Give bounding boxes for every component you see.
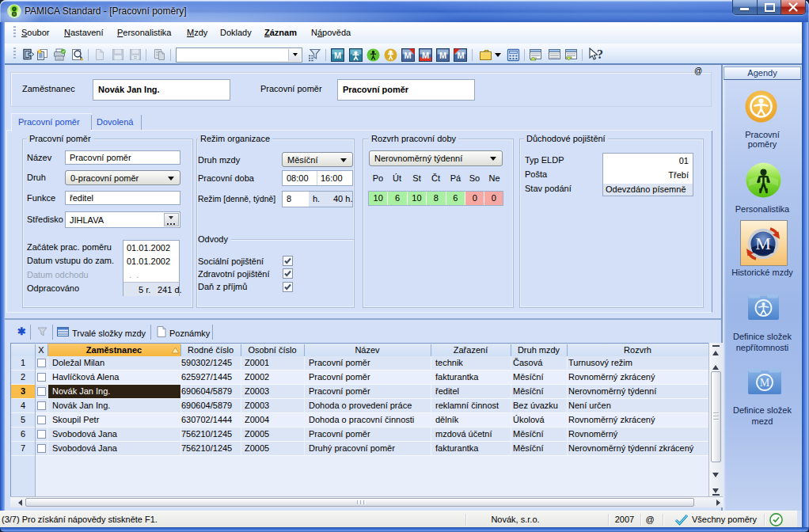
- svg-text:M: M: [457, 51, 464, 60]
- svg-text:M: M: [334, 51, 341, 60]
- svg-text:?: ?: [597, 48, 603, 61]
- svg-text:M: M: [422, 51, 429, 60]
- svg-text:M: M: [760, 377, 770, 389]
- svg-text:M: M: [439, 51, 446, 60]
- svg-text:M: M: [755, 234, 771, 253]
- svg-text:M: M: [404, 51, 411, 60]
